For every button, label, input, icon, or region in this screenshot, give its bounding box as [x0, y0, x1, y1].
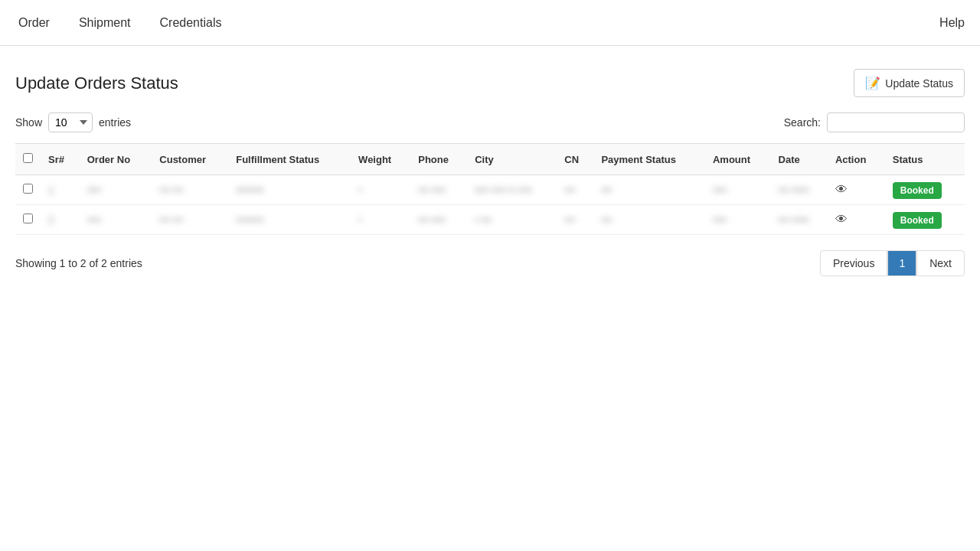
search-area: Search:: [784, 112, 965, 132]
row-checkbox-cell: [15, 205, 41, 235]
col-city: City: [467, 144, 557, 175]
col-order-no: Order No: [80, 144, 152, 175]
orders-table-wrapper: Sr# Order No Customer Fulfillment Status…: [15, 143, 965, 235]
show-label: Show: [15, 116, 42, 129]
row-action: 👁: [828, 175, 885, 205]
row-sr: 2: [41, 205, 80, 235]
row-weight: •: [351, 205, 410, 235]
row-sr: 1: [41, 175, 80, 205]
col-status: Status: [885, 144, 965, 175]
nav-shipment[interactable]: Shipment: [76, 2, 134, 44]
row-checkbox-1[interactable]: [23, 214, 33, 223]
row-cn: •••: [557, 175, 593, 205]
view-icon-1[interactable]: 👁: [835, 213, 848, 226]
update-status-button[interactable]: 📝 Update Status: [854, 69, 965, 97]
navbar: Order Shipment Credentials Help: [0, 0, 980, 46]
row-customer: ••• •••: [152, 205, 228, 235]
row-amount: ••••: [705, 175, 771, 205]
nav-help[interactable]: Help: [939, 16, 965, 30]
show-entries-control: Show 10 25 50 100 entries: [15, 112, 131, 132]
update-icon: 📝: [865, 76, 880, 90]
row-payment-status: •••: [593, 205, 705, 235]
row-order-no: ••••: [80, 175, 152, 205]
table-row: 1 •••• ••• ••• •••••••• • ••• •••• •••• …: [15, 175, 965, 205]
nav-order[interactable]: Order: [15, 2, 53, 44]
select-all-checkbox[interactable]: [23, 153, 33, 163]
col-sr: Sr#: [41, 144, 80, 175]
row-fulfillment: ••••••••: [228, 175, 351, 205]
col-fulfillment-status: Fulfillment Status: [228, 144, 351, 175]
row-cn: •••: [557, 205, 593, 235]
row-phone: ••• ••••: [410, 205, 467, 235]
row-status: Booked: [885, 175, 965, 205]
row-order-no: ••••: [80, 205, 152, 235]
page-header: Update Orders Status 📝 Update Status: [15, 69, 965, 97]
row-amount: ••••: [705, 205, 771, 235]
col-customer: Customer: [152, 144, 228, 175]
row-payment-status: •••: [593, 175, 705, 205]
row-date: ••• •••••: [771, 175, 828, 205]
pagination: Previous 1 Next: [820, 250, 965, 276]
search-label: Search:: [784, 116, 821, 129]
row-checkbox-cell: [15, 175, 41, 205]
search-input[interactable]: [827, 112, 965, 132]
col-cn: CN: [557, 144, 593, 175]
nav-credentials[interactable]: Credentials: [157, 2, 225, 44]
row-phone: ••• ••••: [410, 175, 467, 205]
table-header-row: Sr# Order No Customer Fulfillment Status…: [15, 144, 965, 175]
next-button[interactable]: Next: [916, 250, 965, 276]
row-weight: •: [351, 175, 410, 205]
pagination-row: Showing 1 to 2 of 2 entries Previous 1 N…: [15, 250, 965, 276]
entries-info: Showing 1 to 2 of 2 entries: [15, 257, 142, 269]
main-content: Update Orders Status 📝 Update Status Sho…: [0, 46, 980, 299]
table-row: 2 •••• ••• ••• •••••••• • ••• •••• • •••…: [15, 205, 965, 235]
page-number-1[interactable]: 1: [887, 250, 916, 276]
row-city: • •••: [467, 205, 557, 235]
controls-row: Show 10 25 50 100 entries Search:: [15, 112, 965, 132]
status-badge-0: Booked: [893, 182, 942, 199]
row-checkbox-0[interactable]: [23, 184, 33, 194]
entries-label: entries: [99, 116, 131, 129]
row-fulfillment: ••••••••: [228, 205, 351, 235]
row-date: ••• •••••: [771, 205, 828, 235]
entries-select[interactable]: 10 25 50 100: [48, 112, 93, 132]
orders-table: Sr# Order No Customer Fulfillment Status…: [15, 143, 965, 235]
row-action: 👁: [828, 205, 885, 235]
update-status-label: Update Status: [885, 77, 953, 90]
col-amount: Amount: [705, 144, 771, 175]
nav-items: Order Shipment Credentials: [15, 2, 939, 44]
row-customer: ••• •••: [152, 175, 228, 205]
col-weight: Weight: [351, 144, 410, 175]
status-badge-1: Booked: [893, 212, 942, 229]
col-phone: Phone: [410, 144, 467, 175]
page-title: Update Orders Status: [15, 73, 178, 93]
view-icon-0[interactable]: 👁: [835, 183, 848, 196]
col-payment-status: Payment Status: [593, 144, 705, 175]
col-date: Date: [771, 144, 828, 175]
row-status: Booked: [885, 205, 965, 235]
previous-button[interactable]: Previous: [820, 250, 887, 276]
col-checkbox: [15, 144, 41, 175]
row-city: •••• •••• •• ••••: [467, 175, 557, 205]
col-action: Action: [828, 144, 885, 175]
